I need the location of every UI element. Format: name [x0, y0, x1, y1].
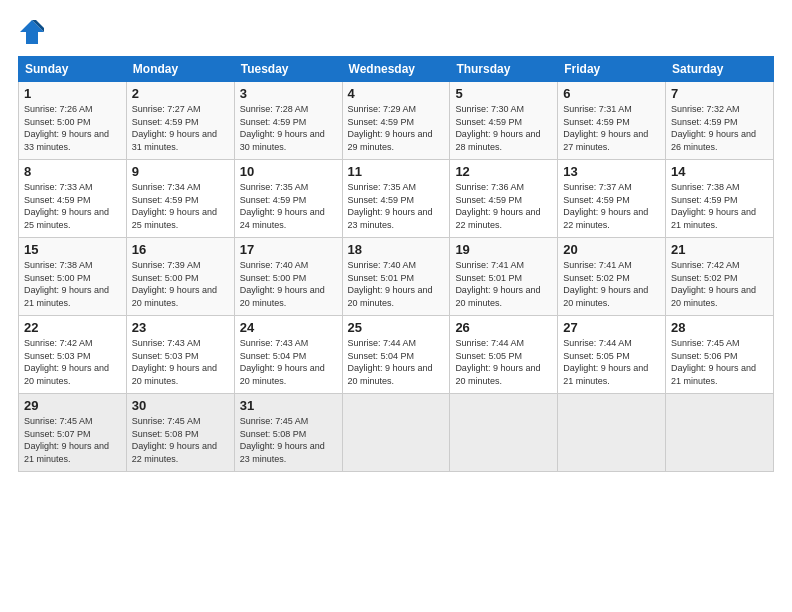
day-info: Sunrise: 7:45 AM Sunset: 5:08 PM Dayligh… — [132, 415, 229, 465]
day-info: Sunrise: 7:36 AM Sunset: 4:59 PM Dayligh… — [455, 181, 552, 231]
day-info: Sunrise: 7:34 AM Sunset: 4:59 PM Dayligh… — [132, 181, 229, 231]
day-number: 18 — [348, 242, 445, 257]
day-info: Sunrise: 7:45 AM Sunset: 5:07 PM Dayligh… — [24, 415, 121, 465]
day-number: 14 — [671, 164, 768, 179]
calendar-cell: 3 Sunrise: 7:28 AM Sunset: 4:59 PM Dayli… — [234, 82, 342, 160]
day-number: 13 — [563, 164, 660, 179]
calendar-cell: 22 Sunrise: 7:42 AM Sunset: 5:03 PM Dayl… — [19, 316, 127, 394]
calendar-week-row: 15 Sunrise: 7:38 AM Sunset: 5:00 PM Dayl… — [19, 238, 774, 316]
day-number: 9 — [132, 164, 229, 179]
day-of-week-header: Thursday — [450, 57, 558, 82]
day-number: 25 — [348, 320, 445, 335]
calendar-cell: 30 Sunrise: 7:45 AM Sunset: 5:08 PM Dayl… — [126, 394, 234, 472]
day-number: 26 — [455, 320, 552, 335]
day-number: 5 — [455, 86, 552, 101]
day-info: Sunrise: 7:44 AM Sunset: 5:05 PM Dayligh… — [455, 337, 552, 387]
page-container: SundayMondayTuesdayWednesdayThursdayFrid… — [0, 0, 792, 482]
day-number: 10 — [240, 164, 337, 179]
day-info: Sunrise: 7:27 AM Sunset: 4:59 PM Dayligh… — [132, 103, 229, 153]
logo — [18, 18, 50, 46]
day-number: 8 — [24, 164, 121, 179]
day-info: Sunrise: 7:30 AM Sunset: 4:59 PM Dayligh… — [455, 103, 552, 153]
day-number: 12 — [455, 164, 552, 179]
calendar-cell: 18 Sunrise: 7:40 AM Sunset: 5:01 PM Dayl… — [342, 238, 450, 316]
day-number: 1 — [24, 86, 121, 101]
day-info: Sunrise: 7:32 AM Sunset: 4:59 PM Dayligh… — [671, 103, 768, 153]
day-number: 19 — [455, 242, 552, 257]
calendar-cell: 9 Sunrise: 7:34 AM Sunset: 4:59 PM Dayli… — [126, 160, 234, 238]
calendar-cell: 13 Sunrise: 7:37 AM Sunset: 4:59 PM Dayl… — [558, 160, 666, 238]
calendar-cell — [666, 394, 774, 472]
day-number: 27 — [563, 320, 660, 335]
day-info: Sunrise: 7:43 AM Sunset: 5:04 PM Dayligh… — [240, 337, 337, 387]
day-info: Sunrise: 7:43 AM Sunset: 5:03 PM Dayligh… — [132, 337, 229, 387]
calendar-week-row: 1 Sunrise: 7:26 AM Sunset: 5:00 PM Dayli… — [19, 82, 774, 160]
day-info: Sunrise: 7:42 AM Sunset: 5:03 PM Dayligh… — [24, 337, 121, 387]
calendar-cell — [558, 394, 666, 472]
calendar-cell: 14 Sunrise: 7:38 AM Sunset: 4:59 PM Dayl… — [666, 160, 774, 238]
calendar-cell: 26 Sunrise: 7:44 AM Sunset: 5:05 PM Dayl… — [450, 316, 558, 394]
logo-icon — [18, 18, 46, 46]
calendar-header: SundayMondayTuesdayWednesdayThursdayFrid… — [19, 57, 774, 82]
day-info: Sunrise: 7:41 AM Sunset: 5:01 PM Dayligh… — [455, 259, 552, 309]
calendar-week-row: 8 Sunrise: 7:33 AM Sunset: 4:59 PM Dayli… — [19, 160, 774, 238]
calendar-cell: 23 Sunrise: 7:43 AM Sunset: 5:03 PM Dayl… — [126, 316, 234, 394]
day-info: Sunrise: 7:29 AM Sunset: 4:59 PM Dayligh… — [348, 103, 445, 153]
calendar-week-row: 29 Sunrise: 7:45 AM Sunset: 5:07 PM Dayl… — [19, 394, 774, 472]
day-info: Sunrise: 7:45 AM Sunset: 5:06 PM Dayligh… — [671, 337, 768, 387]
calendar-cell: 11 Sunrise: 7:35 AM Sunset: 4:59 PM Dayl… — [342, 160, 450, 238]
day-info: Sunrise: 7:40 AM Sunset: 5:00 PM Dayligh… — [240, 259, 337, 309]
day-info: Sunrise: 7:38 AM Sunset: 4:59 PM Dayligh… — [671, 181, 768, 231]
day-info: Sunrise: 7:35 AM Sunset: 4:59 PM Dayligh… — [348, 181, 445, 231]
calendar-cell: 20 Sunrise: 7:41 AM Sunset: 5:02 PM Dayl… — [558, 238, 666, 316]
day-info: Sunrise: 7:42 AM Sunset: 5:02 PM Dayligh… — [671, 259, 768, 309]
day-info: Sunrise: 7:39 AM Sunset: 5:00 PM Dayligh… — [132, 259, 229, 309]
calendar-table: SundayMondayTuesdayWednesdayThursdayFrid… — [18, 56, 774, 472]
day-of-week-header: Tuesday — [234, 57, 342, 82]
calendar-cell: 21 Sunrise: 7:42 AM Sunset: 5:02 PM Dayl… — [666, 238, 774, 316]
calendar-cell: 25 Sunrise: 7:44 AM Sunset: 5:04 PM Dayl… — [342, 316, 450, 394]
day-info: Sunrise: 7:31 AM Sunset: 4:59 PM Dayligh… — [563, 103, 660, 153]
day-number: 15 — [24, 242, 121, 257]
calendar-cell — [450, 394, 558, 472]
day-number: 24 — [240, 320, 337, 335]
day-number: 30 — [132, 398, 229, 413]
calendar-cell: 5 Sunrise: 7:30 AM Sunset: 4:59 PM Dayli… — [450, 82, 558, 160]
day-number: 2 — [132, 86, 229, 101]
day-info: Sunrise: 7:26 AM Sunset: 5:00 PM Dayligh… — [24, 103, 121, 153]
day-number: 4 — [348, 86, 445, 101]
calendar-cell: 2 Sunrise: 7:27 AM Sunset: 4:59 PM Dayli… — [126, 82, 234, 160]
day-number: 21 — [671, 242, 768, 257]
day-info: Sunrise: 7:28 AM Sunset: 4:59 PM Dayligh… — [240, 103, 337, 153]
day-info: Sunrise: 7:44 AM Sunset: 5:04 PM Dayligh… — [348, 337, 445, 387]
day-number: 29 — [24, 398, 121, 413]
day-info: Sunrise: 7:38 AM Sunset: 5:00 PM Dayligh… — [24, 259, 121, 309]
day-info: Sunrise: 7:37 AM Sunset: 4:59 PM Dayligh… — [563, 181, 660, 231]
day-number: 11 — [348, 164, 445, 179]
calendar-cell: 6 Sunrise: 7:31 AM Sunset: 4:59 PM Dayli… — [558, 82, 666, 160]
calendar-cell: 29 Sunrise: 7:45 AM Sunset: 5:07 PM Dayl… — [19, 394, 127, 472]
calendar-cell — [342, 394, 450, 472]
calendar-cell: 10 Sunrise: 7:35 AM Sunset: 4:59 PM Dayl… — [234, 160, 342, 238]
day-info: Sunrise: 7:33 AM Sunset: 4:59 PM Dayligh… — [24, 181, 121, 231]
day-info: Sunrise: 7:45 AM Sunset: 5:08 PM Dayligh… — [240, 415, 337, 465]
calendar-cell: 7 Sunrise: 7:32 AM Sunset: 4:59 PM Dayli… — [666, 82, 774, 160]
day-of-week-header: Friday — [558, 57, 666, 82]
day-info: Sunrise: 7:41 AM Sunset: 5:02 PM Dayligh… — [563, 259, 660, 309]
day-of-week-header: Sunday — [19, 57, 127, 82]
calendar-cell: 27 Sunrise: 7:44 AM Sunset: 5:05 PM Dayl… — [558, 316, 666, 394]
day-of-week-header: Saturday — [666, 57, 774, 82]
calendar-cell: 17 Sunrise: 7:40 AM Sunset: 5:00 PM Dayl… — [234, 238, 342, 316]
calendar-cell: 28 Sunrise: 7:45 AM Sunset: 5:06 PM Dayl… — [666, 316, 774, 394]
calendar-cell: 4 Sunrise: 7:29 AM Sunset: 4:59 PM Dayli… — [342, 82, 450, 160]
day-number: 28 — [671, 320, 768, 335]
day-number: 6 — [563, 86, 660, 101]
calendar-cell: 12 Sunrise: 7:36 AM Sunset: 4:59 PM Dayl… — [450, 160, 558, 238]
day-number: 17 — [240, 242, 337, 257]
day-number: 3 — [240, 86, 337, 101]
day-number: 20 — [563, 242, 660, 257]
calendar-cell: 31 Sunrise: 7:45 AM Sunset: 5:08 PM Dayl… — [234, 394, 342, 472]
calendar-cell: 8 Sunrise: 7:33 AM Sunset: 4:59 PM Dayli… — [19, 160, 127, 238]
calendar-cell: 1 Sunrise: 7:26 AM Sunset: 5:00 PM Dayli… — [19, 82, 127, 160]
day-info: Sunrise: 7:35 AM Sunset: 4:59 PM Dayligh… — [240, 181, 337, 231]
